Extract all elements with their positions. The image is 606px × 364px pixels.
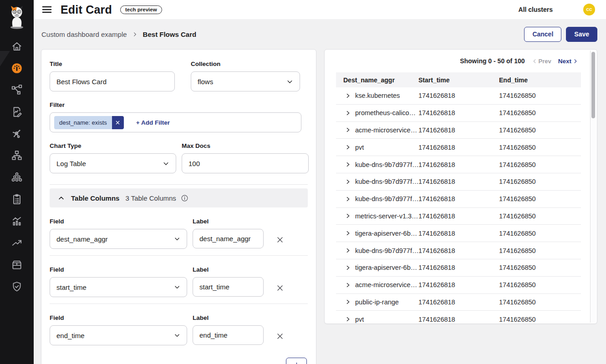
sidebar-nav [0,35,34,298]
sidebar-item-topology[interactable] [0,79,34,101]
cell-end-time: 1741626850 [499,316,581,323]
collection-select[interactable]: flows [191,71,300,91]
expand-row-chevron-icon[interactable] [345,213,351,219]
cell-start-time: 1741626818 [418,316,499,323]
max-docs-input[interactable] [182,153,309,173]
plus-icon [293,362,300,364]
field-select-dest-name-aggr[interactable]: dest_name_aggr [50,229,187,249]
cell-dest-name: public-ip-range [355,298,399,306]
calico-cat-logo[interactable] [0,0,34,32]
table-row[interactable]: tigera-apiserver-6b… 1741626818 17416268… [336,259,581,277]
expand-row-chevron-icon[interactable] [345,316,351,322]
column-header-dest-name-aggr[interactable]: Dest_name_aggr [336,76,418,84]
cluster-selector[interactable]: All clusters [519,6,553,13]
table-row[interactable]: kube-dns-9b7d977f… 1741626818 1741626850 [336,156,581,173]
table-row[interactable]: kse.kubernetes 1741626818 1741626850 [336,87,581,105]
expand-row-chevron-icon[interactable] [345,282,351,288]
pagination-showing: Showing 0 - 50 of 100 [460,57,525,65]
field-select-start-time[interactable]: start_time [50,277,187,297]
sitemap-hierarchy-icon [11,150,23,162]
chevron-down-icon [286,78,293,85]
cell-dest-name: tigera-apiserver-6b… [355,230,417,237]
breadcrumb-parent[interactable]: Custom dashboard example [41,30,127,38]
cell-end-time: 1741626850 [499,264,581,271]
table-row[interactable]: acme-microservice… 1741626818 1741626850 [336,122,581,139]
save-button[interactable]: Save [566,27,597,42]
topbar-right: All clusters CC [519,4,601,15]
sidebar-item-clipboard[interactable] [0,188,34,210]
next-page-button[interactable]: Next [558,58,578,65]
chart-type-select[interactable]: Log Table [50,153,176,173]
sidebar-item-stats[interactable] [0,210,34,232]
vertical-scrollbar[interactable] [590,51,596,323]
sidebar-item-shield[interactable] [0,276,34,298]
label-input-end-time[interactable] [193,325,264,345]
sidebar-item-home[interactable] [0,35,34,57]
expand-row-chevron-icon[interactable] [345,110,351,116]
prev-page-button[interactable]: Prev [532,58,551,65]
expand-row-chevron-icon[interactable] [345,93,351,99]
tech-preview-badge: tech preview [120,5,162,14]
cell-start-time: 1741626818 [418,247,499,254]
table-columns-title: Table Columns [71,194,119,202]
filter-chip-remove-button[interactable] [112,116,124,129]
chevron-down-icon [174,236,180,242]
column-header-start-time[interactable]: Start_time [418,76,499,84]
table-row[interactable]: acme-microservice… 1741626818 1741626850 [336,277,581,294]
expand-row-chevron-icon[interactable] [345,162,351,167]
expand-row-chevron-icon[interactable] [345,230,351,236]
cancel-button[interactable]: Cancel [524,27,561,42]
label-label: Label [193,314,264,321]
field-select-end-time[interactable]: end_time [50,325,187,345]
sidebar-item-package[interactable] [0,254,34,276]
sidebar-item-trend[interactable] [0,232,34,254]
expand-row-chevron-icon[interactable] [345,144,351,150]
remove-column-button[interactable] [275,283,285,293]
column-header-end-time[interactable]: End_time [499,76,581,84]
max-docs-label: Max Docs [182,142,309,149]
add-filter-link[interactable]: + Add Filter [136,119,170,126]
table-row[interactable]: kube-dns-9b7d977f… 1741626818 1741626850 [336,173,581,191]
sidebar-item-graph-nodes[interactable] [0,123,34,145]
label-input-start-time[interactable] [193,277,264,297]
table-columns-section-header[interactable]: Table Columns 3 Table Columns [50,188,308,207]
collapse-section-button[interactable] [57,194,65,202]
table-row[interactable]: pvt 1741626818 1741626850 [336,139,581,156]
remove-column-button[interactable] [275,331,285,342]
remove-column-button[interactable] [275,234,285,245]
expand-row-chevron-icon[interactable] [345,248,351,253]
expand-row-chevron-icon[interactable] [345,196,351,202]
chart-type-field-group: Chart Type Log Table [50,142,176,173]
table-row[interactable]: kube-dns-9b7d977f… 1741626818 1741626850 [336,191,581,208]
field-select-value: start_time [56,283,87,291]
table-row[interactable]: pvt 1741626818 1741626850 [336,311,581,324]
clipboard-list-icon [11,193,23,205]
expand-row-chevron-icon[interactable] [345,265,351,271]
package-box-icon [11,259,23,271]
add-column-button[interactable] [286,358,307,364]
table-row[interactable]: tigera-apiserver-6b… 1741626818 17416268… [336,225,581,242]
filter-box[interactable]: dest_name: exists + Add Filter [50,112,301,132]
cluster-circles-icon [11,172,23,183]
sidebar-item-report-edit[interactable] [0,101,34,123]
info-icon[interactable] [181,194,188,202]
cell-start-time: 1741626818 [418,264,499,271]
expand-row-chevron-icon[interactable] [345,299,351,305]
cell-start-time: 1741626818 [418,92,499,99]
sidebar-item-dashboard[interactable] [0,57,34,79]
title-input[interactable] [50,71,175,91]
avatar[interactable]: CC [583,4,595,15]
expand-row-chevron-icon[interactable] [345,127,351,133]
table-row[interactable]: kube-dns-9b7d977f… 1741626818 1741626850 [336,242,581,259]
label-group: Label [193,266,264,297]
label-input-dest-name-aggr[interactable] [193,229,264,248]
table-row[interactable]: metrics-server-v1.3… 1741626818 17416268… [336,208,581,225]
table-row[interactable]: public-ip-range 1741626818 1741626850 [336,294,581,311]
hamburger-menu-button[interactable] [40,3,54,16]
scrollbar-thumb[interactable] [591,52,595,118]
table-row[interactable]: prometheus-calico… 1741626818 1741626850 [336,105,581,122]
sidebar-item-cluster[interactable] [0,167,34,188]
expand-row-chevron-icon[interactable] [345,179,351,185]
cell-start-time: 1741626818 [418,178,499,185]
sidebar-item-sitemap[interactable] [0,145,34,167]
